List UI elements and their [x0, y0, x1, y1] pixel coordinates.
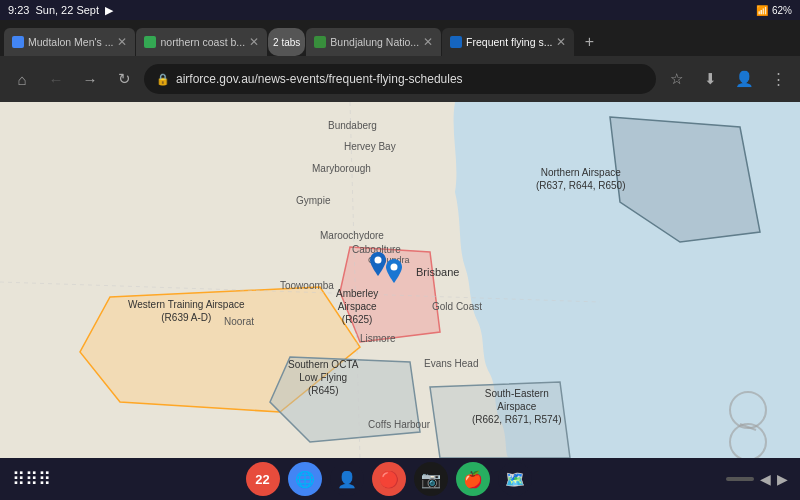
taskbar-icon-date[interactable]: 22 [246, 462, 280, 496]
status-bar: 9:23 Sun, 22 Sept ▶ 📶 62% [0, 0, 800, 20]
reload-button[interactable]: ↻ [110, 65, 138, 93]
tab-favicon [144, 36, 156, 48]
taskbar-icon-camera[interactable]: 📷 [414, 462, 448, 496]
city-warwick: Noorat [224, 316, 254, 327]
taskbar-icon-maps[interactable]: 🗺️ [498, 462, 532, 496]
city-toowoomba: Toowoomba [280, 280, 334, 291]
url-text: airforce.gov.au/news-events/frequent-fly… [176, 72, 644, 86]
back-button[interactable]: ← [42, 65, 70, 93]
tab-label: northern coast b... [160, 36, 245, 48]
app-drawer-button[interactable]: ⠿⠿⠿ [12, 468, 51, 490]
tab-close[interactable]: ✕ [423, 35, 433, 49]
home-button[interactable]: ⌂ [8, 65, 36, 93]
address-bar[interactable]: 🔒 airforce.gov.au/news-events/frequent-f… [144, 64, 656, 94]
tab-mudtalon[interactable]: Mudtalon Men's ... ✕ [4, 28, 135, 56]
tab-close[interactable]: ✕ [556, 35, 566, 49]
city-brisbane: Brisbane [416, 266, 459, 278]
svg-point-12 [391, 263, 398, 270]
city-maryborough: Maryborough [312, 163, 371, 174]
media-indicator: ▶ [105, 4, 113, 17]
taskbar-right: ◀ ▶ [726, 471, 788, 487]
forward-button[interactable]: → [76, 65, 104, 93]
wifi-icon: 📶 [756, 5, 768, 16]
status-right: 📶 62% [756, 5, 792, 16]
navigation-bar: ⌂ ← → ↻ 🔒 airforce.gov.au/news-events/fr… [0, 56, 800, 102]
date-number: 22 [255, 472, 269, 487]
map-container[interactable]: Bundaberg Hervey Bay Maryborough Gympie … [0, 102, 800, 458]
taskbar-icon-green[interactable]: 🍎 [456, 462, 490, 496]
bookmark-button[interactable]: ☆ [662, 65, 690, 93]
tab-count-label: 2 tabs [273, 37, 300, 48]
battery: 62% [772, 5, 792, 16]
new-tab-button[interactable]: + [575, 28, 603, 56]
status-left: 9:23 Sun, 22 Sept ▶ [8, 4, 113, 17]
secure-icon: 🔒 [156, 73, 170, 86]
account-button[interactable]: 👤 [730, 65, 758, 93]
city-bundaberg: Bundaberg [328, 120, 377, 131]
nav-pill [726, 477, 754, 481]
city-gympie: Gympie [296, 195, 330, 206]
tab-bundjalung[interactable]: Bundjalung Natio... ✕ [306, 28, 441, 56]
forward-nav[interactable]: ▶ [777, 471, 788, 487]
taskbar-icon-user[interactable]: 👤 [330, 462, 364, 496]
tab-count-badge[interactable]: 2 tabs [268, 28, 305, 56]
taskbar-icon-chrome[interactable]: 🌐 [288, 462, 322, 496]
city-maroochydore: Maroochydore [320, 230, 384, 241]
tab-close[interactable]: ✕ [117, 35, 127, 49]
svg-marker-5 [430, 382, 570, 458]
tab-label: Mudtalon Men's ... [28, 36, 113, 48]
taskbar-center: 22 🌐 👤 🔴 📷 🍎 🗺️ [246, 462, 532, 496]
tab-favicon [12, 36, 24, 48]
taskbar-icon-red[interactable]: 🔴 [372, 462, 406, 496]
back-nav[interactable]: ◀ [760, 471, 771, 487]
browser-chrome: Mudtalon Men's ... ✕ northern coast b...… [0, 20, 800, 102]
tab-favicon [314, 36, 326, 48]
time: 9:23 [8, 4, 29, 16]
city-lismore: Lismore [360, 333, 396, 344]
download-button[interactable]: ⬇ [696, 65, 724, 93]
city-gold-coast: Gold Coast [432, 301, 482, 312]
taskbar: ⠿⠿⠿ 22 🌐 👤 🔴 📷 🍎 🗺️ ◀ ▶ [0, 458, 800, 500]
tab-frequent-flying[interactable]: Frequent flying s... ✕ [442, 28, 574, 56]
svg-point-11 [375, 256, 382, 263]
city-coffs-harbour: Coffs Harbour [368, 419, 430, 430]
city-evans-head: Evans Head [424, 358, 478, 369]
date: Sun, 22 Sept [35, 4, 99, 16]
tab-close[interactable]: ✕ [249, 35, 259, 49]
tab-bar: Mudtalon Men's ... ✕ northern coast b...… [0, 20, 800, 56]
tab-label: Frequent flying s... [466, 36, 552, 48]
menu-button[interactable]: ⋮ [764, 65, 792, 93]
tab-northern-coast[interactable]: northern coast b... ✕ [136, 28, 267, 56]
tab-favicon [450, 36, 462, 48]
city-hervey-bay: Hervey Bay [344, 141, 396, 152]
map-pin-2[interactable] [384, 259, 404, 283]
tab-label: Bundjalung Natio... [330, 36, 419, 48]
